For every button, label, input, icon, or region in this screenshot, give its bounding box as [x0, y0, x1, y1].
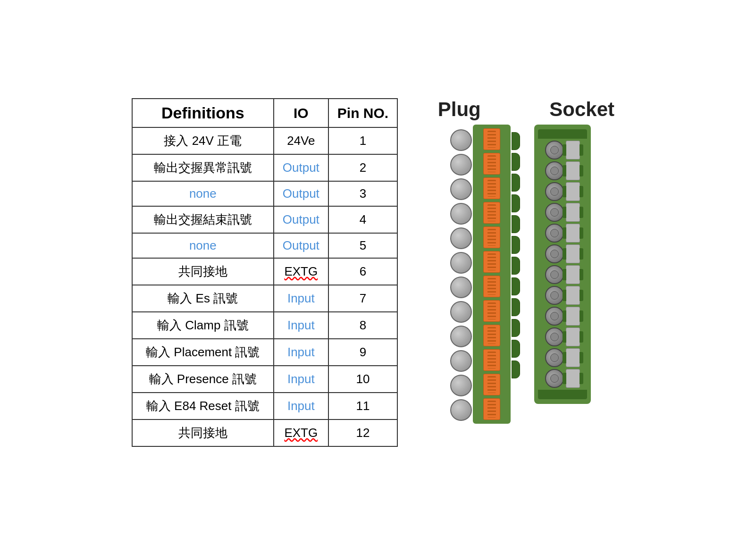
cell-pin: 6 — [328, 258, 397, 285]
plug-d-shape — [512, 236, 520, 254]
socket-notch-left — [563, 207, 566, 218]
cell-pin: 12 — [328, 419, 397, 446]
connector-labels: Plug Socket — [417, 98, 624, 121]
plug-d-shape — [512, 215, 520, 233]
socket-pin-row — [538, 182, 587, 201]
socket-circle-inner — [550, 374, 559, 383]
socket-circle-outer — [545, 182, 564, 201]
socket-pin-row — [538, 224, 587, 243]
socket-notch-left — [563, 331, 566, 343]
table-row: 接入 24V 正電24Ve1 — [132, 127, 397, 154]
socket-pin-body — [566, 224, 580, 243]
socket-circle-inner — [550, 312, 559, 320]
socket-pin-row — [538, 161, 587, 180]
plug-d-shape — [512, 194, 520, 212]
socket-notch-right — [580, 144, 583, 156]
socket-notch-left — [563, 373, 566, 384]
plug-slot — [483, 398, 500, 420]
table-row: 輸入 E84 Reset 訊號Input11 — [132, 393, 397, 419]
plug-pin — [450, 203, 472, 225]
cell-definition: 共同接地 — [132, 419, 274, 446]
socket-circle-inner — [550, 291, 559, 300]
plug-slot — [483, 251, 500, 273]
plug-pins — [450, 125, 472, 421]
col-header-io: IO — [274, 99, 328, 127]
cell-pin: 9 — [328, 339, 397, 366]
cell-pin: 4 — [328, 206, 397, 233]
plug-body — [473, 125, 511, 424]
cell-io: Output — [274, 181, 328, 206]
socket-circle-outer — [545, 265, 564, 284]
socket-notch-left — [563, 248, 566, 260]
socket-circle-inner — [550, 146, 559, 154]
socket-circle-outer — [545, 348, 564, 367]
socket-circle-inner — [550, 208, 559, 217]
socket-notch-right — [580, 352, 583, 363]
socket-connector — [534, 125, 591, 404]
socket-circle-outer — [545, 307, 564, 326]
cell-definition: 輸入 E84 Reset 訊號 — [132, 393, 274, 419]
cell-io: Input — [274, 312, 328, 339]
plug-d-shape — [512, 153, 520, 171]
socket-notch-right — [580, 186, 583, 197]
connectors-area: Plug Socket — [417, 98, 624, 424]
socket-pin-body — [566, 203, 580, 222]
plug-slot — [483, 226, 500, 248]
socket-circle-outer — [545, 203, 564, 222]
table-row: 共同接地EXTG12 — [132, 419, 397, 446]
socket-circle-inner — [550, 333, 559, 341]
cell-definition: 輸入 Es 訊號 — [132, 285, 274, 312]
socket-circle-inner — [550, 187, 559, 196]
socket-pin-body — [566, 244, 580, 263]
socket-tab-bottom — [538, 390, 587, 399]
cell-io: Input — [274, 366, 328, 393]
plug-d-shape — [512, 361, 520, 378]
plug-slot — [483, 153, 500, 175]
table-row: noneOutput5 — [132, 233, 397, 258]
socket-notch-left — [563, 186, 566, 197]
socket-circle-inner — [550, 229, 559, 237]
plug-d-shape — [512, 257, 520, 275]
socket-notch-left — [563, 310, 566, 322]
socket-circle-inner — [550, 353, 559, 362]
socket-pin-row — [538, 327, 587, 346]
plug-pin — [450, 178, 472, 200]
table-wrapper: Definitions IO Pin NO. 接入 24V 正電24Ve1輸出交… — [132, 98, 398, 447]
plug-label: Plug — [417, 98, 502, 121]
table-row: 輸入 Clamp 訊號Input8 — [132, 312, 397, 339]
table-row: 輸出交握異常訊號Output2 — [132, 154, 397, 181]
cell-definition: 輸入 Clamp 訊號 — [132, 312, 274, 339]
cell-pin: 11 — [328, 393, 397, 419]
plug-pin — [450, 301, 472, 323]
plug-d-shape — [512, 319, 520, 337]
cell-definition: 輸入 Presence 訊號 — [132, 366, 274, 393]
socket-pin-body — [566, 141, 580, 159]
table-row: 輸入 Placement 訊號Input9 — [132, 339, 397, 366]
col-header-definitions: Definitions — [132, 99, 274, 127]
plug-pin — [450, 154, 472, 176]
table-row: 輸入 Presence 訊號Input10 — [132, 366, 397, 393]
cell-definition: 共同接地 — [132, 258, 274, 285]
plug-d-shape — [512, 132, 520, 150]
plug-pin — [450, 375, 472, 396]
cell-io: Output — [274, 206, 328, 233]
socket-circle-outer — [545, 369, 564, 388]
socket-pin-row — [538, 369, 587, 388]
cell-definition: 接入 24V 正電 — [132, 127, 274, 154]
socket-tab-top — [538, 129, 587, 139]
socket-notch-left — [563, 165, 566, 176]
cell-io: Input — [274, 285, 328, 312]
socket-notch-right — [580, 373, 583, 384]
socket-notch-right — [580, 331, 583, 343]
plug-d-shape — [512, 277, 520, 295]
socket-notch-right — [580, 227, 583, 239]
table-row: noneOutput3 — [132, 181, 397, 206]
cell-io: Output — [274, 233, 328, 258]
plug-d-shapes — [512, 125, 520, 378]
socket-pin-row — [538, 265, 587, 284]
socket-circle-outer — [545, 286, 564, 305]
socket-notch-left — [563, 352, 566, 363]
socket-notch-right — [580, 269, 583, 280]
cell-io: EXTG — [274, 419, 328, 446]
socket-pin-row — [538, 203, 587, 222]
